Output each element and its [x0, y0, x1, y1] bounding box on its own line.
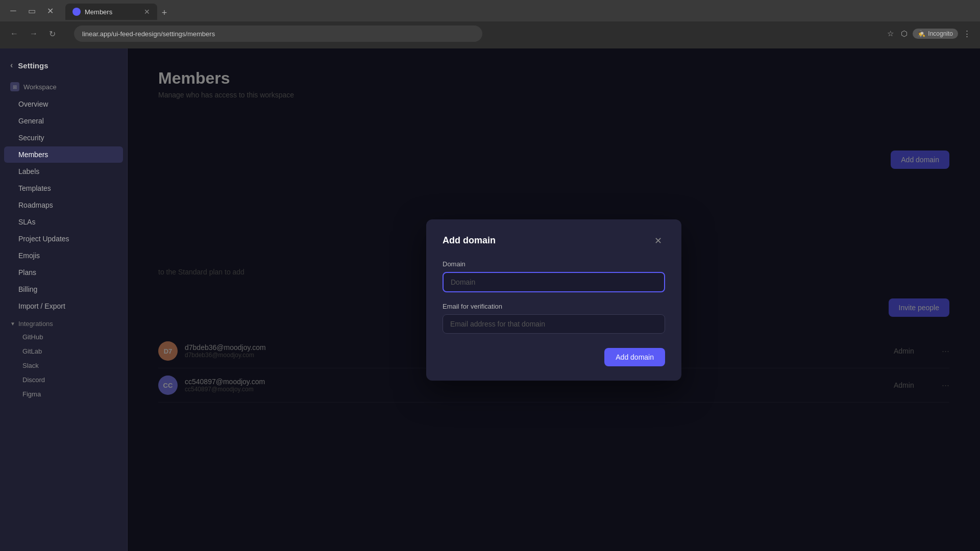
sidebar-item-figma[interactable]: Figma — [4, 387, 123, 401]
main-content: Members Manage who has access to this wo… — [128, 48, 980, 551]
domain-input[interactable] — [443, 272, 665, 292]
address-bar-row: ← → ↻ linear.app/ui-feed-redesign/settin… — [0, 21, 980, 46]
sidebar-item-gitlab[interactable]: GitLab — [4, 344, 123, 358]
sidebar-item-emojis[interactable]: Emojis — [4, 247, 123, 264]
back-button[interactable]: ← — [7, 27, 21, 40]
sidebar-item-slack[interactable]: Slack — [4, 359, 123, 372]
tab-bar: Members ✕ + — [61, 2, 176, 20]
sidebar-item-discord[interactable]: Discord — [4, 373, 123, 387]
modal-overlay[interactable]: Add domain ✕ Domain Email for verificati… — [128, 48, 980, 551]
sidebar-item-templates[interactable]: Templates — [4, 180, 123, 196]
refresh-button[interactable]: ↻ — [46, 27, 59, 41]
workspace-label: Workspace — [23, 83, 57, 91]
sidebar-item-labels[interactable]: Labels — [4, 163, 123, 180]
incognito-icon: 🕵 — [918, 30, 925, 37]
sidebar-header: ‹ Settings — [0, 57, 127, 78]
browser-chrome: ─ ▭ ✕ Members ✕ + ← → ↻ linear.app/ui-fe… — [0, 0, 980, 48]
tab-favicon — [72, 8, 81, 16]
domain-label: Domain — [443, 260, 665, 268]
modal-footer: Add domain — [443, 348, 665, 366]
forward-button[interactable]: → — [27, 27, 41, 40]
sidebar-item-slas[interactable]: SLAs — [4, 214, 123, 230]
title-bar: ─ ▭ ✕ Members ✕ + — [0, 0, 980, 21]
tab-close-button[interactable]: ✕ — [144, 8, 150, 16]
email-verification-input[interactable] — [443, 314, 665, 334]
domain-form-group: Domain — [443, 260, 665, 292]
sidebar-item-general[interactable]: General — [4, 113, 123, 129]
integrations-label: Integrations — [18, 320, 53, 328]
workspace-icon: ⊞ — [10, 82, 19, 91]
bookmark-button[interactable]: ☆ — [885, 27, 896, 40]
modal-close-button[interactable]: ✕ — [651, 234, 665, 248]
more-options-button[interactable]: ⋮ — [961, 27, 973, 40]
tab-title: Members — [85, 8, 112, 16]
minimize-button[interactable]: ─ — [6, 4, 20, 18]
sidebar-item-plans[interactable]: Plans — [4, 264, 123, 281]
sidebar-back-arrow[interactable]: ‹ — [10, 61, 13, 70]
maximize-button[interactable]: ▭ — [24, 4, 39, 18]
email-verification-label: Email for verification — [443, 303, 665, 310]
sidebar-title: Settings — [18, 61, 48, 70]
active-tab[interactable]: Members ✕ — [65, 4, 157, 20]
new-tab-button[interactable]: + — [157, 6, 172, 20]
close-window-button[interactable]: ✕ — [43, 4, 57, 18]
sidebar-item-members[interactable]: Members — [4, 146, 123, 163]
email-form-group: Email for verification — [443, 303, 665, 334]
sidebar-workspace-section: ⊞ Workspace — [0, 78, 127, 95]
modal-title: Add domain — [443, 235, 496, 246]
sidebar-item-security[interactable]: Security — [4, 130, 123, 146]
sidebar-item-import-export[interactable]: Import / Export — [4, 298, 123, 314]
url-text: linear.app/ui-feed-redesign/settings/mem… — [82, 30, 215, 38]
sidebar-item-overview[interactable]: Overview — [4, 96, 123, 112]
incognito-label: Incognito — [928, 30, 953, 37]
browser-actions: ☆ ⬡ 🕵 Incognito ⋮ — [885, 27, 973, 40]
window-controls: ─ ▭ ✕ — [6, 4, 57, 18]
app-container: ‹ Settings ⊞ Workspace Overview General … — [0, 48, 980, 551]
modal-submit-button[interactable]: Add domain — [604, 348, 665, 366]
modal-header: Add domain ✕ — [443, 234, 665, 248]
sidebar-item-billing[interactable]: Billing — [4, 281, 123, 297]
add-domain-modal: Add domain ✕ Domain Email for verificati… — [426, 219, 681, 381]
integrations-header[interactable]: ▼ Integrations — [0, 315, 127, 330]
incognito-badge: 🕵 Incognito — [913, 29, 958, 39]
extensions-button[interactable]: ⬡ — [899, 27, 910, 40]
sidebar-item-github[interactable]: GitHub — [4, 330, 123, 344]
sidebar-item-project-updates[interactable]: Project Updates — [4, 231, 123, 247]
chevron-down-icon: ▼ — [10, 321, 15, 327]
sidebar-nav: Overview General Security Members Labels… — [0, 96, 127, 401]
address-bar[interactable]: linear.app/ui-feed-redesign/settings/mem… — [74, 26, 482, 42]
sidebar-item-roadmaps[interactable]: Roadmaps — [4, 197, 123, 213]
sidebar: ‹ Settings ⊞ Workspace Overview General … — [0, 48, 128, 551]
